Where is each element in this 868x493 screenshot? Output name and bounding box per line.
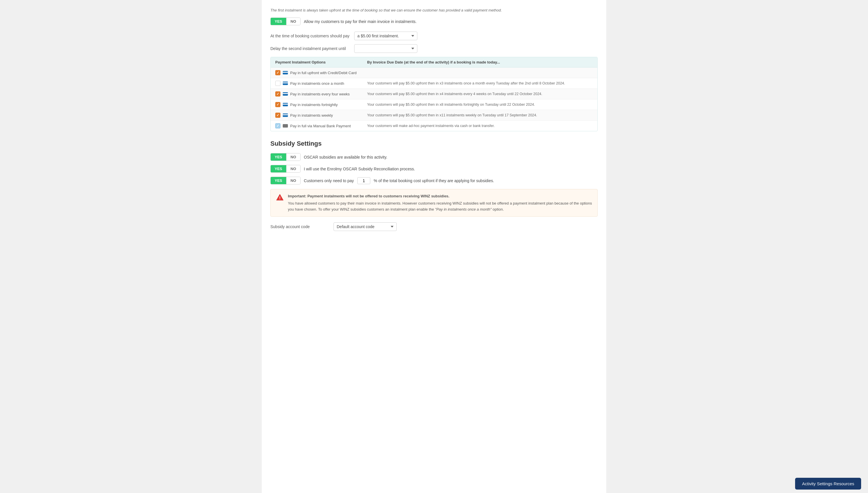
booking-field-row: At the time of booking customers should …: [270, 31, 598, 40]
delay-field-row: Delay the second instalment payment unti…: [270, 44, 598, 53]
subsidy-toggle-row-3: YES NO Customers only need to pay % of t…: [270, 177, 598, 185]
credit-card-icon-3: [283, 92, 288, 96]
credit-card-icon-5: [283, 113, 288, 117]
booking-field-select[interactable]: a $5.00 first instalment.: [354, 31, 417, 40]
credit-card-icon-1: [283, 71, 288, 74]
bottom-bar: Activity Settings Resources: [788, 474, 868, 493]
option-label-2: Pay in instalments once a month: [290, 81, 344, 86]
subsidy-toggle-3-no[interactable]: NO: [286, 177, 300, 184]
table-row: Pay in instalments once a month Your cus…: [271, 78, 597, 89]
warning-box: ! Important: Payment instalments will no…: [270, 189, 598, 217]
table-cell-desc-2: Your customers will pay $5.00 upfront th…: [363, 79, 597, 88]
table-row: Pay in full upfront with Credit/Debit Ca…: [271, 67, 597, 78]
delay-field-label: Delay the second instalment payment unti…: [270, 46, 351, 51]
subsidy-toggle-2-no[interactable]: NO: [286, 165, 300, 172]
warning-text: Important: Payment instalments will not …: [288, 193, 592, 212]
col1-header: Payment Instalment Options: [271, 57, 363, 67]
table-row: Pay in full via Manual Bank Payment Your…: [271, 121, 597, 131]
table-row: Pay in instalments weekly Your customers…: [271, 110, 597, 121]
bank-icon-6: [283, 124, 288, 128]
credit-card-icon-2: [283, 82, 288, 85]
table-cell-option: Pay in full upfront with Credit/Debit Ca…: [271, 67, 363, 78]
subsidy-toggle-1-no[interactable]: NO: [286, 153, 300, 160]
table-cell-desc-5: Your customers will pay $5.00 upfront th…: [363, 111, 597, 120]
subsidy-account-label: Subsidy account code: [270, 224, 328, 229]
delay-field-select[interactable]: [354, 44, 417, 53]
option-label-3: Pay in instalments every four weeks: [290, 92, 350, 96]
table-row: Pay in instalments fortnightly Your cust…: [271, 100, 597, 110]
table-row: Pay in instalments every four weeks Your…: [271, 89, 597, 100]
page-container: The first instalment is always taken upf…: [262, 0, 606, 493]
activity-settings-resources-button[interactable]: Activity Settings Resources: [795, 478, 861, 490]
main-instalment-label: Allow my customers to pay for their main…: [304, 19, 417, 24]
booking-field-label: At the time of booking customers should …: [270, 34, 351, 38]
table-cell-desc-4: Your customers will pay $5.00 upfront th…: [363, 100, 597, 109]
table-cell-desc-6: Your customers will make ad-hoc payment …: [363, 121, 597, 130]
subsidy-toggle-row-1: YES NO OSCAR subsidies are available for…: [270, 153, 598, 161]
table-cell-option: Pay in instalments once a month: [271, 78, 363, 88]
checkbox-4[interactable]: [275, 102, 280, 107]
checkbox-2[interactable]: [275, 81, 280, 86]
option-label-4: Pay in instalments fortnightly: [290, 103, 338, 107]
subsidy-toggle-3[interactable]: YES NO: [270, 177, 300, 185]
subsidy-percent-input[interactable]: [357, 177, 370, 184]
checkbox-1[interactable]: [275, 70, 280, 75]
subsidy-toggle-3-yes[interactable]: YES: [271, 177, 286, 184]
checkbox-6[interactable]: [275, 123, 280, 128]
warning-italic: "Pay in instalments once a month": [435, 207, 492, 211]
top-note: The first instalment is always taken upf…: [270, 6, 598, 12]
main-instalment-toggle-row: YES NO Allow my customers to pay for the…: [270, 18, 598, 25]
subsidy-toggle-2-label: I will use the Enrolmy OSCAR Subsidy Rec…: [304, 167, 415, 171]
subsidy-toggle-2[interactable]: YES NO: [270, 165, 300, 173]
table-cell-desc-1: [363, 70, 597, 75]
credit-card-icon-4: [283, 103, 288, 106]
subsidy-toggle-1-yes[interactable]: YES: [271, 153, 286, 160]
subsidy-toggle-3-label-pre: Customers only need to pay: [304, 178, 354, 183]
checkbox-3[interactable]: [275, 91, 280, 97]
payment-options-table: Payment Instalment Options By Invoice Du…: [270, 57, 598, 131]
subsidy-toggle-2-yes[interactable]: YES: [271, 165, 286, 172]
subsidy-account-select[interactable]: Default account code: [334, 222, 397, 231]
option-label-6: Pay in full via Manual Bank Payment: [290, 124, 351, 128]
toggle-no[interactable]: NO: [286, 18, 300, 25]
main-instalment-toggle[interactable]: YES NO: [270, 18, 300, 25]
subsidy-account-row: Subsidy account code Default account cod…: [270, 222, 598, 231]
svg-text:!: !: [279, 196, 281, 200]
table-cell-option: Pay in full via Manual Bank Payment: [271, 121, 363, 131]
option-label-1: Pay in full upfront with Credit/Debit Ca…: [290, 71, 357, 75]
toggle-yes[interactable]: YES: [271, 18, 286, 25]
warning-title: Important: Payment instalments will not …: [288, 193, 592, 199]
warning-triangle-icon: !: [276, 193, 284, 201]
subsidy-toggle-row-2: YES NO I will use the Enrolmy OSCAR Subs…: [270, 165, 598, 173]
table-cell-option: Pay in instalments every four weeks: [271, 89, 363, 99]
table-header: Payment Instalment Options By Invoice Du…: [271, 57, 597, 67]
table-cell-option: Pay in instalments fortnightly: [271, 100, 363, 110]
subsidy-toggle-1[interactable]: YES NO: [270, 153, 300, 161]
subsidy-toggle-3-label-post: % of the total booking cost upfront if t…: [374, 178, 494, 183]
subsidy-toggle-1-label: OSCAR subsidies are available for this a…: [304, 155, 388, 159]
table-cell-option: Pay in instalments weekly: [271, 110, 363, 121]
subsidy-section-title: Subsidy Settings: [270, 140, 598, 147]
table-cell-desc-3: Your customers will pay $5.00 upfront th…: [363, 89, 597, 99]
warning-suffix: option.: [492, 207, 504, 211]
col2-header: By Invoice Due Date (at the end of the a…: [363, 57, 597, 67]
option-label-5: Pay in instalments weekly: [290, 113, 333, 117]
checkbox-5[interactable]: [275, 113, 280, 118]
